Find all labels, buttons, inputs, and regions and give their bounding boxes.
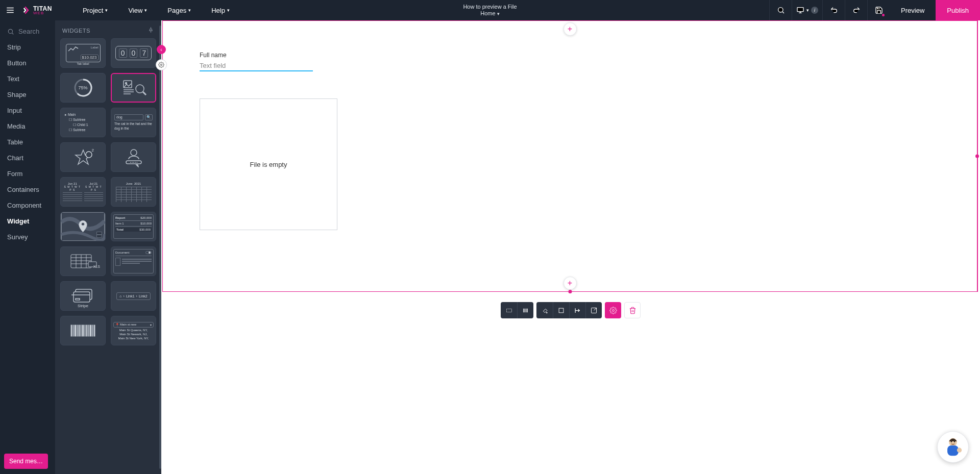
widget-search-text[interactable]: dog 🔍 The cat in the hat and the dog in … [111, 108, 156, 137]
nav-chart[interactable]: Chart [0, 150, 55, 166]
widget-file-preview[interactable] [111, 73, 156, 103]
file-empty-text: File is empty [250, 161, 287, 168]
svg-rect-54 [506, 309, 511, 312]
preview-button[interactable]: Preview [890, 0, 936, 20]
chevron-down-icon: ▾ [144, 8, 147, 13]
collapse-panel-button[interactable]: ‹ [157, 45, 166, 54]
menu-project[interactable]: Project▾ [72, 0, 118, 20]
toolbar-fill-button[interactable] [536, 302, 553, 318]
header-title-block: How to preview a File Home ▾ [463, 4, 517, 17]
panel-settings-button[interactable] [156, 59, 167, 70]
toolbar-delete-button[interactable] [624, 302, 641, 318]
toolbar-select-button[interactable] [501, 302, 517, 318]
widget-tree[interactable]: ▸ Main ☐ Subtree ☐ Child 1 ☐ Subtree [60, 108, 106, 137]
brand-logo[interactable]: TITAN WEB [20, 5, 57, 15]
add-section-above-button[interactable]: + [564, 22, 577, 36]
svg-line-63 [594, 308, 597, 310]
nav-form[interactable]: Form [0, 166, 55, 182]
svg-rect-50 [88, 325, 89, 336]
resize-handle-bottom[interactable] [568, 290, 572, 293]
widget-date-range[interactable]: Jun 21 S M T W T P S Jul 21 S M T W T P … [60, 177, 106, 207]
nav-button[interactable]: Button [0, 55, 55, 71]
nav-table[interactable]: Table [0, 134, 55, 150]
widget-counter[interactable]: 0 0 7 [111, 38, 156, 68]
svg-text:• • • • •: • • • • • [130, 161, 137, 164]
chevron-down-icon: ▾ [806, 8, 809, 13]
svg-rect-47 [82, 325, 84, 336]
svg-point-11 [161, 64, 162, 66]
unsaved-indicator-icon [882, 14, 885, 16]
svg-rect-52 [92, 325, 93, 336]
help-mascot-button[interactable] [937, 431, 969, 463]
resize-handle-right[interactable] [975, 155, 979, 158]
send-message-button[interactable]: Send mes… [4, 454, 48, 469]
nav-containers[interactable]: Containers [0, 182, 55, 197]
toolbar-border-button[interactable] [553, 302, 569, 318]
toolbar-columns-button[interactable] [517, 302, 533, 318]
nav-component[interactable]: Component [0, 197, 55, 213]
project-title: How to preview a File [463, 4, 517, 10]
toolbar-open-button[interactable] [585, 302, 602, 318]
search-button[interactable] [769, 0, 792, 20]
add-section-below-button[interactable]: + [564, 277, 577, 290]
svg-point-26 [82, 222, 85, 226]
menu-pages[interactable]: Pages▾ [157, 0, 201, 20]
nav-survey[interactable]: Survey [0, 229, 55, 245]
widget-barcode[interactable] [60, 316, 106, 345]
section-toolbar [501, 302, 641, 318]
panel-title: WIDGETS [62, 28, 90, 34]
chevron-down-icon: ▾ [227, 8, 230, 13]
widget-password[interactable]: • • • • • [111, 142, 156, 172]
pin-icon[interactable] [148, 27, 154, 34]
nav-strip[interactable]: Strip [0, 39, 55, 55]
page-selector[interactable]: Home ▾ [463, 10, 517, 17]
canvas-section[interactable]: + + Full name File is empty [162, 20, 978, 292]
publish-button[interactable]: Publish [936, 0, 980, 20]
nav-media[interactable]: Media [0, 118, 55, 134]
device-preview-selector[interactable]: ▾ i [792, 0, 822, 20]
svg-point-68 [954, 441, 955, 442]
svg-point-67 [951, 441, 952, 442]
widget-calendar[interactable]: June 2021 [111, 177, 156, 207]
svg-rect-28 [97, 235, 102, 237]
widget-address-lookup[interactable]: 📍Main st new▾ Main St Queens, NY, Main S… [111, 316, 156, 345]
nav-search[interactable]: Search [0, 23, 55, 39]
nav-text[interactable]: Text [0, 71, 55, 87]
widget-map[interactable] [60, 212, 106, 241]
svg-rect-43 [75, 325, 76, 336]
left-nav: Search Strip Button Text Shape Input Med… [0, 20, 55, 474]
widget-panel: WIDGETS ‹ Label $10.023 Tab label [55, 20, 161, 474]
menu-view[interactable]: View▾ [118, 0, 157, 20]
widget-kpi-card[interactable]: Label $10.023 Tab label [60, 38, 106, 68]
svg-point-22 [131, 149, 137, 156]
widget-report[interactable]: Report$20,000 Item 1$10,000 Total$30,000 [111, 212, 156, 241]
undo-button[interactable] [822, 0, 845, 20]
svg-rect-48 [85, 325, 85, 336]
svg-rect-5 [797, 8, 803, 12]
top-header: TITAN WEB Project▾ View▾ Pages▾ Help▾ Ho… [0, 0, 980, 20]
widget-progress-ring[interactable]: 75% [60, 73, 106, 103]
nav-widget[interactable]: Widget [0, 213, 55, 229]
widget-xls-export[interactable]: XLS [60, 246, 106, 276]
svg-rect-49 [86, 325, 87, 336]
nav-shape[interactable]: Shape [0, 87, 55, 103]
fullname-input[interactable] [200, 61, 313, 71]
file-preview-box[interactable]: File is empty [200, 98, 337, 230]
svg-rect-38 [74, 292, 90, 302]
canvas[interactable]: + + Full name File is empty [161, 20, 980, 474]
redo-button[interactable] [845, 0, 867, 20]
menu-help[interactable]: Help▾ [201, 0, 240, 20]
nav-input[interactable]: Input [0, 103, 55, 118]
toolbar-align-button[interactable] [569, 302, 585, 318]
svg-rect-46 [81, 325, 81, 336]
hamburger-menu[interactable] [0, 6, 20, 15]
widget-stripe[interactable]: Stripe [60, 281, 106, 311]
svg-rect-70 [959, 448, 960, 451]
toolbar-settings-button[interactable] [605, 302, 621, 318]
widget-document[interactable]: Document [111, 246, 156, 276]
widget-breadcrumb[interactable]: ⌂›Link1›Link2 [111, 281, 156, 311]
save-button[interactable] [867, 0, 890, 20]
info-badge-icon: i [811, 7, 818, 14]
chevron-down-icon: ▾ [497, 11, 500, 16]
widget-rating[interactable]: 2 [60, 142, 106, 172]
